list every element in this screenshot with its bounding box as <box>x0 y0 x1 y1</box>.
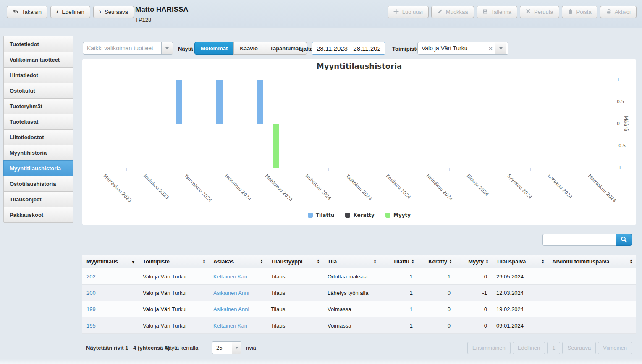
sort-icon: ▴▾ <box>374 260 376 263</box>
column-header-ker-tty[interactable]: Kerätty▴▾ <box>418 255 456 268</box>
column-header-tilattu[interactable]: Tilattu▴▾ <box>380 255 418 268</box>
column-header-tilausp-iv[interactable]: Tilauspäivä▴▾ <box>492 255 548 268</box>
tab-kaavio[interactable]: Kaavio <box>233 42 264 55</box>
x-axis-label: Heinäkuu 2024 <box>425 173 454 202</box>
page-size-select[interactable]: 25 <box>212 341 241 354</box>
office-dropdown-button[interactable] <box>495 42 506 54</box>
customer-link[interactable]: Keltainen Kari <box>213 273 247 280</box>
legend-item-tilattu[interactable]: Tilattu <box>308 212 335 218</box>
clear-selection-icon[interactable]: × <box>486 45 495 52</box>
legend-label: Kerätty <box>353 212 375 218</box>
aktivoi-button[interactable]: Aktivoi <box>600 6 637 18</box>
page-size-dropdown-button[interactable] <box>232 342 241 354</box>
column-header-myyty[interactable]: Myyty▴▾ <box>456 255 492 268</box>
column-header-tila[interactable]: Tila▴▾ <box>323 255 380 268</box>
sidebar-item-tuoteryhm-t[interactable]: Tuoteryhmät <box>3 98 73 114</box>
table-row-order-202: 202Valo ja Väri TurkuKeltainen KariTilau… <box>82 268 636 285</box>
pagination-button-ensimm-inen[interactable]: Ensimmäinen <box>467 342 511 354</box>
cell-myyntitilaus: 195 <box>82 317 139 334</box>
column-header-tilaustyyppi[interactable]: Tilaustyyppi▴▾ <box>267 255 323 268</box>
cell-tilausp-iv: 12.03.2024 <box>492 285 548 301</box>
cell-arvioitu-toimitusp-iv <box>548 268 636 285</box>
product-filter-dropdown-button[interactable] <box>161 42 173 54</box>
order-link[interactable]: 200 <box>86 290 96 296</box>
cell-asiakas: Keltainen Kari <box>209 268 267 285</box>
customer-link[interactable]: Asikainen Anni <box>213 306 249 312</box>
luo-uusi-button[interactable]: Luo uusi <box>388 6 429 18</box>
rows-word: riviä <box>246 345 256 351</box>
x-axis-tick <box>167 168 167 171</box>
column-label: Tilaustyyppi <box>271 258 303 265</box>
back-button[interactable]: Takaisin <box>7 6 47 18</box>
view-toggle: MolemmatKaavioTapahtumat <box>194 42 307 55</box>
tallenna-button[interactable]: Tallenna <box>477 6 517 18</box>
sidebar-item-myyntihistoria[interactable]: Myyntihistoria <box>3 145 73 161</box>
next-button[interactable]: › Seuraava <box>93 6 134 18</box>
sidebar-item-tuotekuvat[interactable]: Tuotekuvat <box>3 114 73 130</box>
chart-panel: Myyntitilaushistoria 10.50-0.5-1Marrasku… <box>82 59 636 225</box>
sidebar-item-myyntitilaushistoria[interactable]: Myyntitilaushistoria <box>3 160 73 176</box>
pagination-button-seuraava[interactable]: Seuraava <box>562 342 596 354</box>
x-axis-tick <box>207 168 207 171</box>
order-link[interactable]: 202 <box>86 273 96 280</box>
x-axis-tick <box>369 168 369 171</box>
legend-swatch <box>308 213 313 218</box>
sidebar-item-pakkauskoot[interactable]: Pakkauskoot <box>3 207 73 223</box>
cell-tilaustyyppi: Tilaus <box>267 317 323 334</box>
chart-plot: 10.50-0.5-1Marraskuu 2023Joulukuu 2023Ta… <box>86 80 611 168</box>
table-row-order-195: 195Valo ja Väri TurkuKeltainen KariTilau… <box>82 317 636 334</box>
column-header-myyntitilaus[interactable]: Myyntitilaus▾ <box>82 255 139 268</box>
search-icon <box>621 236 627 244</box>
chevron-down-icon <box>165 47 169 49</box>
peruuta-button[interactable]: Peruuta <box>520 6 559 18</box>
poista-button[interactable]: Poista <box>562 6 597 18</box>
date-range-input[interactable] <box>312 42 385 55</box>
column-header-arvioitu-toimitusp-iv[interactable]: Arvioitu toimituspäivä▴▾ <box>548 255 636 268</box>
action-button-label: Tallenna <box>491 9 511 15</box>
sidebar-item-tilausohjeet[interactable]: Tilausohjeet <box>3 191 73 207</box>
product-filter-value[interactable] <box>83 42 161 54</box>
cell-tilattu: 1 <box>380 268 418 285</box>
column-header-asiakas[interactable]: Asiakas▴▾ <box>209 255 267 268</box>
sidebar-item-hintatiedot[interactable]: Hintatiedot <box>3 67 73 83</box>
action-button-label: Luo uusi <box>402 9 423 15</box>
office-select-value[interactable] <box>418 42 486 54</box>
page-size-value: 25 <box>212 342 232 354</box>
y-axis-label: 0 <box>617 121 620 126</box>
customer-link[interactable]: Keltainen Kari <box>213 322 247 329</box>
sidebar-item-liitetiedostot[interactable]: Liitetiedostot <box>3 129 73 145</box>
table-search-input[interactable] <box>542 234 616 246</box>
x-axis-label: Tammikuu 2024 <box>183 173 213 203</box>
sidebar-item-tuotetiedot[interactable]: Tuotetiedot <box>3 36 73 52</box>
office-select[interactable]: × <box>417 42 508 55</box>
pagination-button-1[interactable]: 1 <box>547 342 560 354</box>
sidebar-item-ostokulut[interactable]: Ostokulut <box>3 83 73 99</box>
pagination-button-edellinen[interactable]: Edellinen <box>513 342 545 354</box>
chart-legend: TilattuKerättyMyyty <box>82 212 636 218</box>
column-header-toimipiste[interactable]: Toimipiste▴▾ <box>139 255 209 268</box>
sort-icon: ▴▾ <box>542 260 544 263</box>
tab-molemmat[interactable]: Molemmat <box>194 42 234 55</box>
product-filter-select[interactable] <box>83 42 173 55</box>
sort-icon: ▴▾ <box>450 260 451 263</box>
save-icon <box>482 9 488 16</box>
legend-item-ker-tty[interactable]: Kerätty <box>345 212 375 218</box>
office-label: Toimipiste <box>392 46 419 52</box>
x-axis-tick <box>490 168 490 171</box>
cell-myyty: 0 <box>456 317 492 334</box>
pagination-button-viimeinen[interactable]: Viimeinen <box>598 342 632 354</box>
x-axis-label: Marraskuu 2023 <box>102 173 133 203</box>
sort-icon: ▴▾ <box>412 260 414 263</box>
sort-desc-icon: ▾ <box>132 260 134 264</box>
search-button[interactable] <box>616 234 632 246</box>
sidebar-item-ostotilaushistoria[interactable]: Ostotilaushistoria <box>3 176 73 192</box>
order-link[interactable]: 199 <box>86 306 96 312</box>
x-axis-tick <box>611 168 611 171</box>
muokkaa-button[interactable]: Muokkaa <box>431 6 474 18</box>
previous-button[interactable]: ‹ Edellinen <box>50 6 90 18</box>
action-button-label: Aktivoi <box>615 9 631 15</box>
sidebar-item-valikoiman-tuotteet[interactable]: Valikoiman tuotteet <box>3 52 73 68</box>
legend-item-myyty[interactable]: Myyty <box>385 212 411 218</box>
order-link[interactable]: 195 <box>86 322 96 329</box>
customer-link[interactable]: Asikainen Anni <box>213 290 249 296</box>
